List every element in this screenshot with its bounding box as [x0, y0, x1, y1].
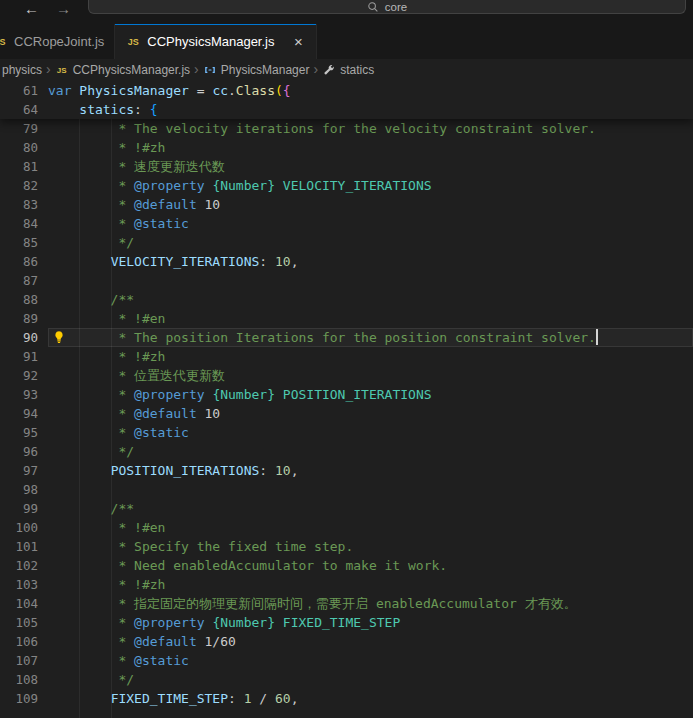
code-text[interactable]: * @property {Number} POSITION_ITERATIONS	[48, 385, 693, 404]
line-number[interactable]: 90	[0, 328, 48, 347]
code-text[interactable]: * @static	[48, 651, 693, 670]
code-text[interactable]: * @default 1/60	[48, 632, 693, 651]
code-line[interactable]: 109 FIXED_TIME_STEP: 1 / 60,	[0, 689, 693, 708]
code-text[interactable]: POSITION_ITERATIONS: 10,	[48, 461, 693, 480]
line-number[interactable]: 108	[0, 670, 48, 689]
code-line[interactable]: 80 * !#zh	[0, 138, 693, 157]
code-line[interactable]: 94 * @default 10	[0, 404, 693, 423]
line-number[interactable]: 107	[0, 651, 48, 670]
lightbulb-icon[interactable]	[52, 330, 66, 344]
code-line[interactable]: 97 POSITION_ITERATIONS: 10,	[0, 461, 693, 480]
code-text[interactable]: * Specify the fixed time step.	[48, 537, 693, 556]
code-text[interactable]: * The position Iterations for the positi…	[48, 328, 693, 347]
code-line[interactable]: 104 * 指定固定的物理更新间隔时间，需要开启 enabledAccumula…	[0, 594, 693, 613]
code-text[interactable]: var PhysicsManager = cc.Class({	[48, 81, 693, 100]
command-center-search[interactable]: core	[88, 0, 686, 14]
line-number[interactable]: 105	[0, 613, 48, 632]
line-number[interactable]: 86	[0, 252, 48, 271]
code-line[interactable]: 88 /**	[0, 290, 693, 309]
code-line[interactable]: 91 * !#zh	[0, 347, 693, 366]
code-text[interactable]: */	[48, 442, 693, 461]
code-text[interactable]: * Need enabledAccumulator to make it wor…	[48, 556, 693, 575]
code-line[interactable]: 85 */	[0, 233, 693, 252]
code-text[interactable]: * @property {Number} VELOCITY_ITERATIONS	[48, 176, 693, 195]
code-text[interactable]: * 指定固定的物理更新间隔时间，需要开启 enabledAccumulator …	[48, 594, 693, 613]
code-line[interactable]: 98	[0, 480, 693, 499]
code-line[interactable]: 89 * !#en	[0, 309, 693, 328]
close-tab-icon[interactable]: ×	[290, 34, 306, 49]
code-text[interactable]: * @static	[48, 423, 693, 442]
code-text[interactable]: * !#zh	[48, 138, 693, 157]
code-line[interactable]: 84 * @static	[0, 214, 693, 233]
code-line[interactable]: 95 * @static	[0, 423, 693, 442]
code-area[interactable]: 79 * The velocity iterations for the vel…	[0, 119, 693, 718]
line-number[interactable]: 89	[0, 309, 48, 328]
tab-ccropejoint[interactable]: JS CCRopeJoint.js	[0, 24, 115, 59]
code-line[interactable]: 81 * 速度更新迭代数	[0, 157, 693, 176]
code-text[interactable]	[48, 480, 693, 499]
line-number[interactable]: 81	[0, 157, 48, 176]
code-line[interactable]: 106 * @default 1/60	[0, 632, 693, 651]
breadcrumb-symbol-statics[interactable]: statics	[322, 63, 374, 77]
line-number[interactable]: 79	[0, 119, 48, 138]
code-text[interactable]: * The velocity iterations for the veloci…	[48, 119, 693, 138]
line-number[interactable]: 98	[0, 480, 48, 499]
code-line[interactable]: 102 * Need enabledAccumulator to make it…	[0, 556, 693, 575]
code-line[interactable]: 87	[0, 271, 693, 290]
tab-ccphysicsmanager[interactable]: JS CCPhysicsManager.js ×	[115, 24, 317, 59]
code-line[interactable]: 86 VELOCITY_ITERATIONS: 10,	[0, 252, 693, 271]
code-text[interactable]: * !#en	[48, 518, 693, 537]
code-text[interactable]: VELOCITY_ITERATIONS: 10,	[48, 252, 693, 271]
code-line[interactable]: 82 * @property {Number} VELOCITY_ITERATI…	[0, 176, 693, 195]
code-line[interactable]: 64 statics: {	[0, 100, 693, 119]
code-text[interactable]: * @property {Number} FIXED_TIME_STEP	[48, 613, 693, 632]
breadcrumb-symbol-physicsmanager[interactable]: PhysicsManager	[203, 63, 310, 77]
code-text[interactable]: * @static	[48, 214, 693, 233]
line-number[interactable]: 87	[0, 271, 48, 290]
code-line[interactable]: 93 * @property {Number} POSITION_ITERATI…	[0, 385, 693, 404]
code-line[interactable]: 79 * The velocity iterations for the vel…	[0, 119, 693, 138]
line-number[interactable]: 85	[0, 233, 48, 252]
code-text[interactable]: * !#en	[48, 309, 693, 328]
code-line[interactable]: 92 * 位置迭代更新数	[0, 366, 693, 385]
code-line[interactable]: 108 */	[0, 670, 693, 689]
sticky-scroll[interactable]: 61var PhysicsManager = cc.Class({64 stat…	[0, 81, 693, 119]
line-number[interactable]: 95	[0, 423, 48, 442]
code-text[interactable]: * @default 10	[48, 195, 693, 214]
line-number[interactable]: 100	[0, 518, 48, 537]
code-line[interactable]: 96 */	[0, 442, 693, 461]
line-number[interactable]: 101	[0, 537, 48, 556]
code-text[interactable]: * 位置迭代更新数	[48, 366, 693, 385]
line-number[interactable]: 84	[0, 214, 48, 233]
code-text[interactable]: * @default 10	[48, 404, 693, 423]
line-number[interactable]: 103	[0, 575, 48, 594]
line-number[interactable]: 102	[0, 556, 48, 575]
line-number[interactable]: 88	[0, 290, 48, 309]
line-number[interactable]: 96	[0, 442, 48, 461]
line-number[interactable]: 64	[0, 100, 48, 119]
code-text[interactable]: */	[48, 233, 693, 252]
code-text[interactable]: */	[48, 670, 693, 689]
code-line[interactable]: 99 /**	[0, 499, 693, 518]
code-text[interactable]: statics: {	[48, 100, 693, 119]
code-line[interactable]: 103 * !#zh	[0, 575, 693, 594]
line-number[interactable]: 94	[0, 404, 48, 423]
code-line[interactable]: 107 * @static	[0, 651, 693, 670]
line-number[interactable]: 97	[0, 461, 48, 480]
code-text[interactable]: /**	[48, 499, 693, 518]
line-number[interactable]: 80	[0, 138, 48, 157]
back-button[interactable]: ←	[24, 1, 39, 17]
line-number[interactable]: 61	[0, 81, 48, 100]
line-number[interactable]: 82	[0, 176, 48, 195]
line-number[interactable]: 104	[0, 594, 48, 613]
code-line[interactable]: 61var PhysicsManager = cc.Class({	[0, 81, 693, 100]
line-number[interactable]: 93	[0, 385, 48, 404]
code-text[interactable]: FIXED_TIME_STEP: 1 / 60,	[48, 689, 693, 708]
code-line[interactable]: 83 * @default 10	[0, 195, 693, 214]
code-text[interactable]: * !#zh	[48, 347, 693, 366]
breadcrumb-folder-physics[interactable]: physics	[2, 63, 42, 77]
forward-button[interactable]: →	[56, 1, 71, 17]
code-text[interactable]: /**	[48, 290, 693, 309]
code-text[interactable]	[48, 271, 693, 290]
code-text[interactable]: * !#zh	[48, 575, 693, 594]
